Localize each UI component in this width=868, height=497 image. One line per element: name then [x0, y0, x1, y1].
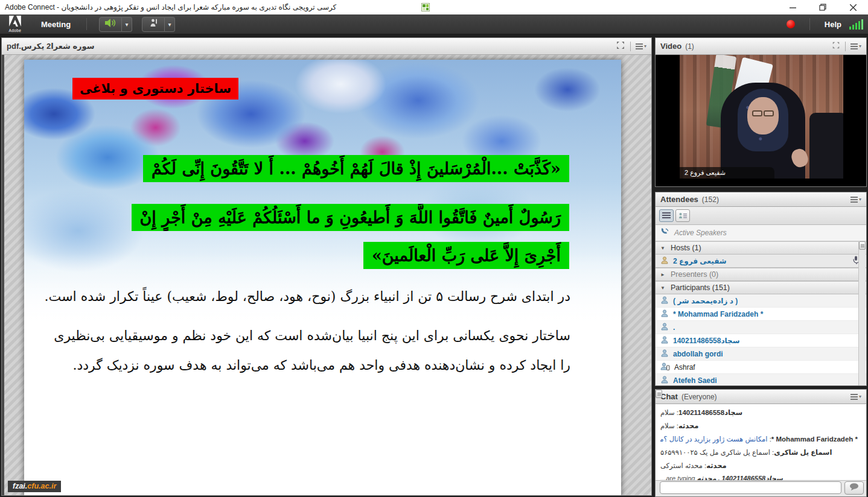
chair	[809, 113, 843, 179]
chat-text: اسماع یل شاکری مل یک ۵۶۵۹۹۱۰۰۲۵	[660, 449, 770, 456]
attendee-row[interactable]: * Mohammad Faridzadeh *	[656, 308, 866, 321]
video-nameplate: شفیعی فروع 2	[680, 167, 774, 179]
person-icon	[660, 296, 669, 306]
attendees-pod-count: (152)	[702, 195, 719, 204]
adobe-brand-label: Adobe	[6, 28, 24, 33]
typing-indicator: سجاد140211486558 , محدثه are typing...	[660, 475, 858, 480]
watermark-domain: cfu.ac.ir	[27, 482, 56, 490]
attendee-row[interactable]: Atefeh Saedi	[656, 374, 866, 386]
raise-hand-icon	[148, 18, 159, 30]
expand-arrow-icon	[660, 272, 666, 277]
verse-line: «کَذَّبَتْ ...الْمُرْسَلینَ إِذْ قالَ لَ…	[143, 155, 569, 182]
set-status-button[interactable]	[142, 17, 165, 32]
menu-help[interactable]: Help	[825, 20, 841, 29]
pod-menu-icon[interactable]	[636, 43, 646, 49]
chat-sender: محدثه	[706, 462, 726, 469]
pod-menu-icon[interactable]	[850, 197, 861, 203]
chat-sender: اسماع یل شاکری	[774, 449, 832, 456]
speaker-icon	[104, 18, 116, 30]
collapse-arrow-icon	[660, 285, 666, 291]
section-participants[interactable]: Participants (151)	[656, 281, 866, 294]
person-icon	[660, 322, 669, 333]
chat-sender: سجاد140211486558	[678, 409, 742, 416]
collapse-arrow-icon	[660, 245, 666, 251]
minimize-icon[interactable]	[777, 0, 808, 14]
chat-input[interactable]	[660, 481, 841, 494]
chat-message: اسماع یل شاکری: اسماع یل شاکری مل یک ۵۶۵…	[660, 448, 858, 457]
host-icon	[660, 256, 669, 267]
speaker-button[interactable]	[99, 17, 122, 32]
person-icon	[660, 349, 669, 359]
speaker-dropdown-arrow-icon[interactable]	[122, 17, 132, 32]
chat-message: * Mohammad Faridzadeh *: امکانش هست ژاور…	[660, 435, 858, 443]
chat-messages: سجاد140211486558: سلام محدثه: سلام * Moh…	[656, 404, 866, 480]
chat-text: سلام	[660, 422, 675, 429]
header-divider	[845, 42, 846, 51]
webcam-video: شفیعی فروع 2	[680, 55, 843, 179]
chat-pod-scope: (Everyone)	[681, 393, 717, 401]
share-pod-header: سوره شعرا2 یکرس.pdf	[2, 38, 651, 55]
pod-menu-icon[interactable]	[850, 394, 861, 400]
attendee-row[interactable]: سجاد140211486558	[656, 334, 866, 347]
slide-paragraph: در ابتدای شرح رسالت ۵ تن از انبیاء بزرگ …	[42, 282, 570, 311]
chat-send-button[interactable]	[844, 481, 864, 495]
video-pod: Video (1) شفیعی فروع	[655, 37, 867, 187]
watermark-badge: fzai.cfu.ac.ir	[8, 481, 61, 492]
section-hosts[interactable]: Hosts (1)	[656, 241, 866, 255]
fullscreen-icon[interactable]	[832, 41, 840, 52]
pod-menu-icon[interactable]	[850, 43, 861, 49]
chat-pod-title: Chat	[660, 392, 678, 401]
chat-message: محدثه: محدثه استرکی	[660, 461, 858, 470]
attendee-name: Ashraf	[674, 363, 695, 372]
active-speakers-row: Active Speakers	[656, 225, 866, 241]
chat-pod: Chat (Everyone) سجاد140211486558: سلام م…	[655, 389, 867, 497]
verse-line: أَجْرِیَ إِلاَّ عَلی رَبِّ الْعالَمینَ»	[363, 242, 569, 269]
chat-scrollbar-handle[interactable]	[656, 390, 662, 398]
restore-icon[interactable]	[808, 0, 838, 14]
menubar-divider	[809, 18, 810, 30]
attendee-row[interactable]: Ashraf	[656, 361, 866, 374]
participants-label: Participants (151)	[671, 283, 730, 292]
attendee-row[interactable]: ( د زاده‌یمحمد شر )	[656, 294, 866, 308]
host-name: شفیعی فروع 2	[673, 257, 727, 265]
glasses	[752, 110, 774, 116]
header-divider	[630, 42, 631, 51]
section-presenters[interactable]: Presenters (0)	[656, 268, 866, 281]
person-view-icon[interactable]	[675, 209, 690, 222]
attendee-row[interactable]: abdollah gordi	[656, 347, 866, 361]
window-title: کرسی ترویجی نگاه تدبری به سوره مبارکه شع…	[0, 3, 336, 11]
face	[747, 97, 779, 135]
list-view-icon[interactable]	[659, 209, 674, 222]
share-pod-title: سوره شعرا2 یکرس.pdf	[7, 42, 95, 51]
chat-sender: محدثه	[678, 422, 698, 429]
attendees-scrollbar[interactable]	[858, 241, 866, 385]
scrollbar-handle[interactable]	[859, 241, 866, 250]
fullscreen-icon[interactable]	[616, 40, 625, 52]
person-device-icon	[660, 362, 670, 373]
attendee-name: * Mohammad Faridzadeh *	[673, 310, 763, 318]
menubar-divider	[86, 18, 87, 30]
menu-meeting[interactable]: Meeting	[33, 20, 79, 29]
active-speakers-label: Active Speakers	[674, 229, 727, 237]
attendees-pod-header: Attendees (152)	[656, 192, 866, 207]
record-dot-icon[interactable]	[787, 20, 795, 28]
attendee-row[interactable]: .	[656, 321, 866, 334]
person-icon	[660, 335, 669, 346]
chat-text: محدثه استرکی	[660, 462, 703, 469]
verse-line: رَسُولٌ أَمینٌ فَاتَّقُوا اللَّهَ وَ أَط…	[132, 204, 570, 231]
chat-text: سلام	[660, 409, 675, 416]
app-menu-bar: Adobe Meeting	[0, 14, 868, 34]
slide-heading: ساختار دستوری و بلاغی	[72, 78, 238, 100]
attendees-pod: Attendees (152) Active Speakers	[655, 192, 867, 386]
typing-names: سجاد140211486558 , محدثه	[697, 475, 783, 480]
watermark-prefix: fzai.	[13, 482, 27, 490]
slide: ساختار دستوری و بلاغی «کَذَّبَتْ ...الْم…	[24, 60, 621, 495]
attendee-row-host[interactable]: شفیعی فروع 2	[656, 255, 866, 268]
close-icon[interactable]	[838, 0, 868, 14]
share-pod: سوره شعرا2 یکرس.pdf ساختار دستوری و بلاغ…	[1, 37, 652, 496]
attendee-name: Atefeh Saedi	[673, 376, 717, 385]
status-dropdown-arrow-icon[interactable]	[165, 17, 175, 32]
signal-bars-icon[interactable]	[849, 19, 863, 30]
person-icon	[660, 309, 669, 320]
video-pod-title: Video	[660, 42, 681, 51]
